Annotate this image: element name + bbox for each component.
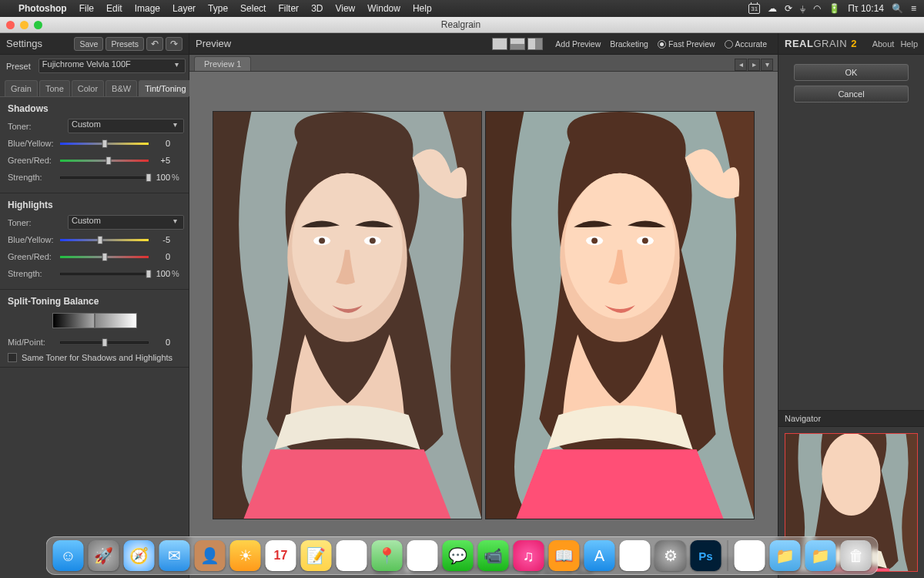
split-gradient-preview: [8, 313, 181, 328]
dock-photoshop-icon[interactable]: Ps: [691, 540, 721, 571]
dock-messages-icon[interactable]: 💬: [443, 540, 474, 571]
cancel-button[interactable]: Cancel: [794, 86, 909, 102]
shadows-gr-slider[interactable]: [60, 156, 149, 165]
dock-notes-icon[interactable]: 📝: [301, 540, 332, 571]
tab-color[interactable]: Color: [72, 80, 104, 96]
preview-tab-menu-icon[interactable]: ▾: [761, 59, 773, 71]
midpoint-slider[interactable]: [60, 338, 149, 347]
cloud-icon[interactable]: ☁: [768, 3, 777, 14]
spotlight-icon[interactable]: 🔍: [892, 3, 903, 14]
midpoint-value: 0: [149, 338, 170, 347]
help-link[interactable]: Help: [900, 39, 918, 49]
dock-calendar-icon[interactable]: 17: [266, 540, 296, 571]
accurate-radio[interactable]: Accurate: [720, 39, 772, 49]
mac-menubar: Photoshop File Edit Image Layer Type Sel…: [0, 0, 924, 17]
dock: ☺🚀🧭✉👤☀17📝☑📍❀💬📹♫📖A🖼⚙Ps⬇📁📁🗑: [46, 536, 879, 575]
highlights-strength-slider[interactable]: [60, 269, 149, 278]
shadows-gr-value: +5: [149, 156, 170, 165]
dock-photos-icon[interactable]: ❀: [407, 540, 438, 571]
dock-downloads-icon[interactable]: ⬇: [735, 540, 765, 571]
menu-filter[interactable]: Filter: [278, 3, 299, 14]
preview-tab-next-icon[interactable]: ▸: [748, 59, 760, 71]
highlights-section: Highlights Toner: Custom Blue/Yellow: -5…: [0, 193, 189, 290]
undo-icon[interactable]: ↶: [146, 37, 163, 51]
preview-tab-1[interactable]: Preview 1: [194, 56, 251, 71]
preview-after[interactable]: [485, 111, 755, 519]
menu-layer[interactable]: Layer: [172, 3, 196, 14]
view-single-icon[interactable]: [492, 38, 507, 50]
shadows-toner-dropdown[interactable]: Custom: [68, 119, 184, 133]
dock-launchpad-icon[interactable]: 🚀: [89, 540, 119, 571]
dock-maps-icon[interactable]: 📍: [372, 540, 403, 571]
window-close-button[interactable]: [6, 21, 15, 29]
dock-folder1-icon[interactable]: 📁: [770, 540, 801, 571]
tab-tint-toning[interactable]: Tint/Toning: [139, 80, 192, 96]
menu-view[interactable]: View: [335, 3, 355, 14]
wifi-icon[interactable]: ⏚: [800, 3, 805, 14]
dock-safari-icon[interactable]: 🧭: [124, 540, 155, 571]
highlights-toner-label: Toner:: [8, 218, 60, 227]
right-panel: REALGRAIN 2 About Help OK Cancel Navigat…: [778, 33, 924, 578]
menu-image[interactable]: Image: [135, 3, 160, 14]
redo-icon[interactable]: ↷: [166, 37, 182, 51]
view-mode-group: [492, 38, 543, 50]
fast-preview-radio[interactable]: Fast Preview: [653, 39, 720, 49]
view-horiz-split-icon[interactable]: [510, 38, 525, 50]
presets-button[interactable]: Presets: [105, 37, 144, 51]
menu-select[interactable]: Select: [240, 3, 266, 14]
svg-point-6: [370, 237, 376, 244]
battery-icon[interactable]: 🔋: [829, 3, 840, 14]
svg-point-11: [591, 237, 598, 244]
dock-trash-icon[interactable]: 🗑: [841, 540, 872, 571]
dock-finder-icon[interactable]: ☺: [53, 540, 84, 571]
bracketing-button[interactable]: Bracketing: [605, 39, 653, 49]
highlights-by-slider[interactable]: [60, 235, 149, 244]
clock[interactable]: Πτ 10:14: [848, 3, 884, 14]
shadows-toner-label: Toner:: [8, 122, 60, 131]
ok-button[interactable]: OK: [794, 64, 909, 81]
preview-before[interactable]: [213, 111, 482, 519]
dock-facetime-icon[interactable]: 📹: [478, 540, 509, 571]
add-preview-button[interactable]: Add Preview: [551, 39, 605, 49]
menu-window[interactable]: Window: [367, 3, 400, 14]
dock-reminders-icon[interactable]: ☑: [336, 540, 367, 571]
sync-icon[interactable]: ⟳: [785, 3, 792, 14]
shadows-strength-slider[interactable]: [60, 173, 149, 182]
highlights-by-label: Blue/Yellow:: [8, 235, 60, 244]
dock-ibooks-icon[interactable]: 📖: [549, 540, 580, 571]
menu-3d[interactable]: 3D: [311, 3, 323, 14]
menu-file[interactable]: File: [79, 3, 94, 14]
menu-app-name[interactable]: Photoshop: [18, 3, 67, 14]
dock-settings-icon[interactable]: ⚙: [655, 540, 686, 571]
menubar-calendar-icon[interactable]: 31: [748, 4, 760, 14]
shadows-by-slider[interactable]: [60, 139, 149, 148]
dock-preview-app-icon[interactable]: 🖼: [620, 540, 651, 571]
dock-folder2-icon[interactable]: 📁: [805, 540, 836, 571]
tab-tone[interactable]: Tone: [39, 80, 70, 96]
menu-extras-icon[interactable]: ≡: [911, 3, 916, 14]
same-toner-checkbox[interactable]: [8, 353, 17, 362]
wifi2-icon[interactable]: ◠: [813, 3, 821, 14]
window-minimize-button[interactable]: [20, 21, 28, 29]
dock-appstore-icon[interactable]: A: [584, 540, 615, 571]
preset-dropdown[interactable]: Fujichrome Velvla 100F: [38, 59, 186, 73]
preview-tab-prev-icon[interactable]: ◂: [735, 59, 747, 71]
save-button[interactable]: Save: [74, 37, 103, 51]
about-link[interactable]: About: [872, 39, 895, 49]
menu-edit[interactable]: Edit: [106, 3, 122, 14]
split-heading: Split-Toning Balance: [8, 296, 181, 307]
highlights-toner-dropdown[interactable]: Custom: [68, 215, 184, 230]
tab-grain[interactable]: Grain: [5, 80, 38, 96]
dock-itunes-icon[interactable]: ♫: [514, 540, 544, 571]
window-zoom-button[interactable]: [34, 21, 42, 29]
tab-bw[interactable]: B&W: [105, 80, 137, 96]
highlights-gr-slider[interactable]: [60, 252, 149, 261]
menu-help[interactable]: Help: [413, 3, 432, 14]
window-titlebar[interactable]: Realgrain: [0, 17, 924, 33]
view-vert-split-icon[interactable]: [527, 38, 543, 50]
dock-app1-icon[interactable]: ☀: [230, 540, 261, 571]
dock-contacts-icon[interactable]: 👤: [195, 540, 226, 571]
dock-mail-icon[interactable]: ✉: [159, 540, 190, 571]
svg-point-4: [319, 237, 325, 244]
menu-type[interactable]: Type: [208, 3, 228, 14]
